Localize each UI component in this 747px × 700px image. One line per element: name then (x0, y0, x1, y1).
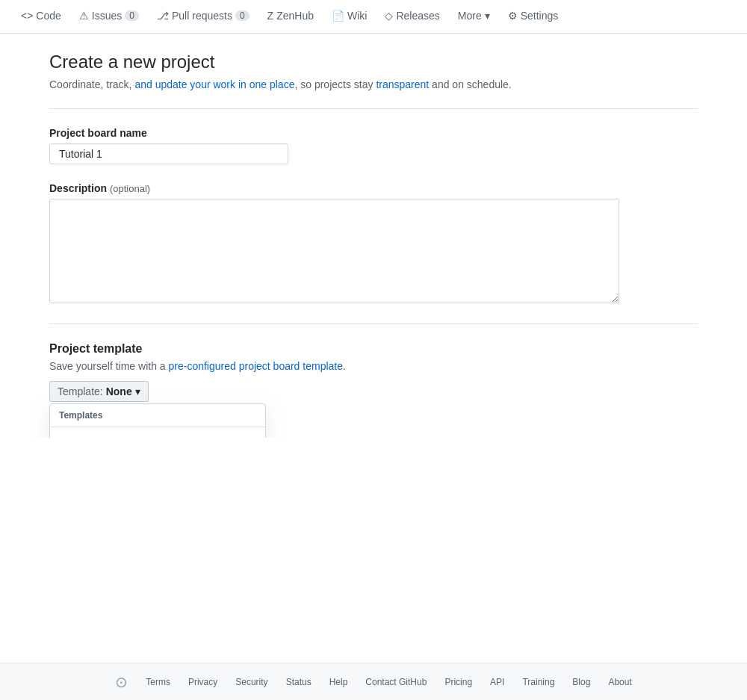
template-dropdown-container: Template: None ▾ Templates ✓ None Start … (49, 381, 149, 402)
nav-zenhub-label: ZenHub (276, 10, 314, 22)
description-group: Description (optional) (49, 182, 698, 306)
template-button-prefix: Template: (58, 385, 103, 397)
top-nav: <> Code ⚠ Issues 0 ⎇ Pull requests 0 Z Z… (0, 0, 747, 34)
nav-pull-requests-label: Pull requests (172, 10, 232, 22)
code-icon: <> (21, 10, 33, 22)
nav-zenhub[interactable]: Z ZenHub (258, 0, 323, 34)
page-title: Create a new project (49, 52, 698, 72)
main-content: Create a new project Coordinate, track, … (37, 34, 710, 438)
page-subtitle: Coordinate, track, and update your work … (49, 78, 698, 90)
template-dropdown-button[interactable]: Template: None ▾ (49, 381, 149, 402)
description-textarea[interactable] (49, 199, 619, 303)
dropdown-header: Templates (50, 404, 265, 427)
settings-icon: ⚙ (508, 10, 518, 22)
check-icon: ✓ (62, 436, 72, 438)
releases-icon: ◇ (385, 10, 393, 22)
issues-icon: ⚠ (79, 10, 89, 22)
project-template-subtitle: Save yourself time with a pre-configured… (49, 360, 698, 372)
template-button-value: None (106, 385, 132, 397)
nav-more-label: More (458, 10, 482, 22)
divider-1 (49, 108, 698, 109)
project-board-name-label: Project board name (49, 127, 698, 139)
subtitle-text2: , so projects stay (294, 78, 376, 90)
nav-settings-label: Settings (521, 10, 559, 22)
template-dropdown-menu: Templates ✓ None Start from scratch with… (49, 403, 266, 438)
subtitle-text3: and on schedule. (429, 78, 512, 90)
project-board-name-group: Project board name (49, 127, 698, 164)
wiki-icon: 📄 (332, 10, 344, 22)
subtitle-link[interactable]: and update your work in one place (134, 78, 294, 90)
dropdown-item-none[interactable]: ✓ None Start from scratch with a complet… (50, 427, 265, 438)
description-label: Description (optional) (49, 182, 698, 194)
subtitle-link2[interactable]: transparent (376, 78, 429, 90)
nav-pull-requests[interactable]: ⎇ Pull requests 0 (148, 0, 258, 34)
nav-code[interactable]: <> Code (12, 0, 70, 34)
project-board-name-input[interactable] (49, 143, 288, 164)
nav-more[interactable]: More ▾ (449, 0, 499, 34)
zenhub-icon: Z (267, 10, 274, 22)
chevron-down-icon: ▾ (485, 10, 490, 22)
nav-settings[interactable]: ⚙ Settings (499, 0, 568, 34)
divider-2 (49, 323, 698, 324)
nav-wiki[interactable]: 📄 Wiki (323, 0, 376, 34)
project-template-group: Project template Save yourself time with… (49, 342, 698, 402)
issues-badge: 0 (125, 10, 139, 21)
nav-code-label: Code (36, 10, 61, 22)
nav-releases-label: Releases (396, 10, 439, 22)
nav-issues-label: Issues (92, 10, 122, 22)
nav-wiki-label: Wiki (347, 10, 367, 22)
project-template-title: Project template (49, 342, 698, 356)
nav-issues[interactable]: ⚠ Issues 0 (70, 0, 148, 34)
pull-requests-icon: ⎇ (157, 10, 169, 22)
dropdown-item-none-title: None (78, 436, 253, 438)
subtitle-text: Coordinate, track, (49, 78, 134, 90)
pull-requests-badge: 0 (235, 10, 249, 21)
template-subtitle-link[interactable]: pre-configured project board template (169, 360, 343, 372)
description-optional: (optional) (110, 183, 150, 194)
dropdown-item-none-content: None Start from scratch with a completel… (78, 436, 253, 438)
template-chevron-icon: ▾ (135, 385, 140, 397)
nav-releases[interactable]: ◇ Releases (376, 0, 448, 34)
